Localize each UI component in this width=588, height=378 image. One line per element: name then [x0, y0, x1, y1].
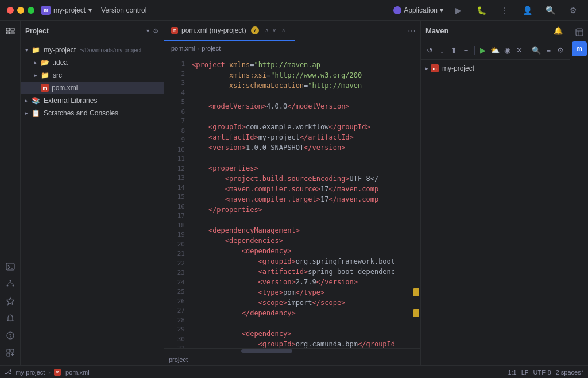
tree-arrow-idea: [32, 59, 39, 66]
version-control-label[interactable]: Version control: [101, 6, 146, 14]
code-line-15: </properties>: [189, 205, 420, 215]
tab-close-button[interactable]: ×: [280, 26, 288, 34]
right-panel-icon-1[interactable]: [572, 25, 586, 39]
statusbar-line-ending[interactable]: LF: [521, 369, 529, 376]
maven-group-button[interactable]: ≡: [543, 44, 554, 57]
hscroll-thumb[interactable]: [241, 349, 292, 353]
statusbar-breadcrumb-file[interactable]: pom.xml: [65, 369, 90, 376]
editor-breadcrumb: pom.xml › project: [164, 41, 420, 55]
maven-upload-button[interactable]: ⬆: [448, 44, 459, 57]
tree-item-idea[interactable]: 📂 .idea: [21, 56, 164, 69]
tree-item-src[interactable]: 📁 src: [21, 69, 164, 82]
tree-arrow-ext: [23, 97, 30, 104]
line-numbers: 1 2 3 4 5 6 7 8 9 10 11 12 13 14 15 16 1…: [164, 55, 189, 348]
line-num-4: 4: [181, 88, 185, 98]
sidebar-item-help[interactable]: ?: [2, 327, 18, 344]
bottom-bar: project: [164, 353, 420, 365]
chevron-up-icon: ∧: [265, 27, 269, 33]
more-button[interactable]: ⋮: [496, 2, 512, 18]
statusbar-indent[interactable]: 2 spaces*: [556, 369, 583, 376]
svg-point-7: [6, 285, 8, 287]
maven-add-button[interactable]: +: [461, 44, 471, 57]
breadcrumb-node: project: [202, 45, 220, 52]
right-panel-icon-maven-active[interactable]: m: [572, 41, 587, 56]
maven-header-more[interactable]: ⋯: [535, 24, 549, 38]
line-num-16: 16: [177, 202, 185, 212]
statusbar-encoding[interactable]: UTF-8: [533, 369, 551, 376]
code-line-19: <dependency>: [189, 246, 420, 256]
line-num-17: 17: [177, 211, 185, 221]
minimize-button[interactable]: [17, 7, 24, 14]
settings-button[interactable]: ⚙: [565, 2, 581, 18]
maven-lifecycle-button[interactable]: ⛅: [490, 44, 501, 57]
line-num-25: 25: [177, 287, 185, 297]
maven-refresh-button[interactable]: ↺: [424, 44, 435, 57]
tree-item-external-libs[interactable]: 📚 External Libraries: [21, 94, 164, 107]
line-num-8: 8: [181, 126, 185, 136]
maven-download-button[interactable]: ↓: [436, 44, 447, 57]
line-num-26: 26: [177, 297, 185, 307]
line-num-24: 24: [177, 278, 185, 288]
maven-header-bell[interactable]: 🔔: [551, 24, 565, 38]
code-line-18: <dependencies>: [189, 236, 420, 246]
tree-arrow-scratch: [23, 110, 30, 117]
main-layout: ? Project ▾ ⚙ 📁 my-p: [0, 21, 588, 365]
horizontal-scrollbar[interactable]: [164, 348, 420, 353]
maven-skip-button[interactable]: ◉: [502, 44, 513, 57]
svg-line-10: [10, 282, 13, 285]
sidebar-item-terminal[interactable]: [2, 259, 18, 275]
tab-settings-icon[interactable]: ⋯: [403, 26, 420, 36]
line-num-27: 27: [177, 306, 185, 316]
line-num-2: 2: [181, 70, 185, 79]
run-button[interactable]: ▶: [450, 2, 466, 18]
svg-rect-16: [576, 29, 583, 36]
maven-settings-icon[interactable]: ⚙: [555, 44, 566, 57]
search-button[interactable]: 🔍: [542, 2, 558, 18]
maven-project-icon: m: [431, 64, 439, 72]
tree-item-pom[interactable]: m pom.xml: [21, 82, 164, 94]
debug-button[interactable]: 🐛: [473, 2, 489, 18]
code-editor[interactable]: 1 2 3 4 5 6 7 8 9 10 11 12 13 14 15 16 1…: [164, 55, 420, 348]
panel-settings-icon[interactable]: ⚙: [153, 27, 159, 35]
svg-line-9: [7, 282, 10, 285]
sidebar-item-structure[interactable]: [2, 276, 18, 292]
project-selector[interactable]: m my-project ▾: [41, 6, 92, 15]
maven-toolbar-sep1: [474, 46, 475, 55]
titlebar-actions: Application ▾ ▶ 🐛 ⋮ 👤 🔍 ⚙: [393, 2, 581, 18]
pom-maven-icon: m: [41, 84, 49, 92]
line-num-7: 7: [181, 117, 185, 126]
run-configuration[interactable]: Application ▾: [393, 6, 443, 14]
close-button[interactable]: [7, 7, 14, 14]
sidebar-item-favorites[interactable]: [2, 293, 18, 309]
sidebar-item-project[interactable]: [2, 23, 18, 39]
sidebar-item-notifications[interactable]: [2, 310, 18, 326]
sidebar-bottom-icons: ?: [2, 259, 18, 365]
code-line-5: <modelVersion>4.0.0</modelVersion>: [189, 101, 420, 111]
code-line-28: <groupId>org.camunda.bpm</groupId: [189, 339, 420, 348]
titlebar: m my-project ▾ Version control Applicati…: [0, 0, 588, 21]
project-label: project: [169, 356, 188, 363]
statusbar-position[interactable]: 1:1: [508, 369, 516, 376]
statusbar-breadcrumb-project[interactable]: my-project: [16, 369, 45, 376]
ext-libs-icon: 📚: [32, 97, 40, 105]
maximize-button[interactable]: [28, 7, 34, 14]
line-num-31: 31: [177, 344, 185, 348]
line-num-9: 9: [181, 136, 185, 145]
line-num-22: 22: [177, 259, 185, 269]
line-num-5: 5: [181, 98, 185, 107]
code-content[interactable]: <project xmlns="http://maven.ap xmlns:xs…: [189, 55, 420, 348]
profile-button[interactable]: 👤: [519, 2, 535, 18]
sidebar-item-plugins[interactable]: [2, 345, 18, 361]
tree-item-scratches[interactable]: 📋 Scratches and Consoles: [21, 107, 164, 119]
line-num-12: 12: [177, 164, 185, 174]
tree-item-my-project[interactable]: 📁 my-project ~/Downloads/my-project: [21, 44, 164, 56]
line-num-23: 23: [177, 268, 185, 278]
maven-search-button[interactable]: 🔍: [531, 44, 542, 57]
maven-cancel-button[interactable]: ✕: [514, 44, 525, 57]
maven-run-button[interactable]: ▶: [478, 44, 489, 57]
statusbar-git-icon[interactable]: ⎇: [5, 368, 12, 376]
editor-tab-pom[interactable]: m pom.xml (my-project) 7 ∧ ∨ ×: [164, 21, 295, 41]
statusbar-sep: ›: [48, 369, 51, 376]
maven-tree-item-my-project[interactable]: ▸ m my-project: [421, 62, 570, 75]
my-project-path: ~/Downloads/my-project: [80, 47, 142, 53]
